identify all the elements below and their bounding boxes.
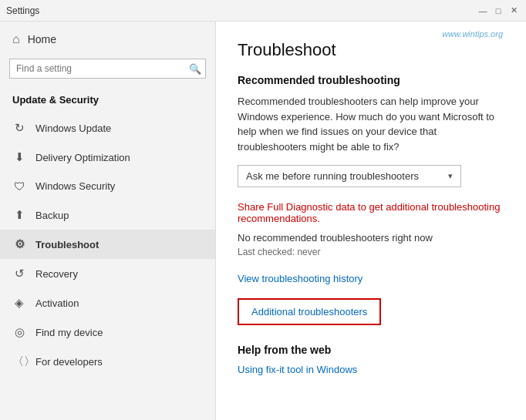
sidebar-item-label-backup: Backup — [35, 210, 69, 221]
sidebar-item-backup[interactable]: ⬆ Backup — [0, 200, 215, 230]
sidebar-item-label-find-my-device: Find my device — [35, 327, 103, 338]
home-icon: ⌂ — [12, 32, 20, 46]
delivery-optimization-icon: ⬇ — [12, 150, 26, 164]
backup-icon: ⬆ — [12, 208, 26, 222]
windows-security-icon: 🛡 — [12, 180, 26, 193]
sidebar-item-label-recovery: Recovery — [35, 268, 78, 280]
sidebar-item-windows-update[interactable]: ↻ Windows Update — [0, 113, 215, 143]
recovery-icon: ↺ — [12, 267, 26, 281]
title-bar-title: Settings — [6, 5, 39, 16]
sidebar-item-activation[interactable]: ◈ Activation — [0, 288, 215, 318]
title-bar: Settings — □ ✕ — [0, 0, 526, 22]
sidebar-home-label: Home — [28, 33, 56, 45]
sidebar-item-label-activation: Activation — [35, 297, 79, 309]
close-button[interactable]: ✕ — [507, 5, 520, 17]
search-input[interactable] — [9, 59, 206, 79]
sidebar-item-label-windows-security: Windows Security — [35, 180, 115, 192]
main-container: ⌂ Home 🔍 Update & Security ↻ Windows Upd… — [0, 22, 526, 420]
troubleshoot-icon: ⚙ — [12, 237, 26, 251]
sidebar-item-recovery[interactable]: ↺ Recovery — [0, 259, 215, 288]
chevron-down-icon: ▾ — [448, 171, 453, 181]
last-checked-text: Last checked: never — [238, 247, 504, 257]
sidebar-item-for-developers[interactable]: 〈〉 For developers — [0, 347, 215, 377]
minimize-button[interactable]: — — [477, 5, 489, 17]
sidebar-item-label-for-developers: For developers — [35, 356, 103, 368]
fix-it-link[interactable]: Using fix-it tool in Windows — [238, 364, 504, 375]
content-area: Troubleshoot Recommended troubleshooting… — [216, 22, 526, 420]
help-heading: Help from the web — [238, 344, 504, 356]
sidebar-item-windows-security[interactable]: 🛡 Windows Security — [0, 172, 215, 200]
page-title: Troubleshoot — [238, 40, 504, 60]
sidebar-section-title: Update & Security — [0, 88, 215, 113]
troubleshoot-dropdown[interactable]: Ask me before running troubleshooters ▾ — [238, 165, 461, 187]
view-history-link[interactable]: View troubleshooting history — [238, 273, 504, 284]
maximize-button[interactable]: □ — [492, 5, 504, 17]
title-bar-controls: — □ ✕ — [477, 5, 520, 17]
find-my-device-icon: ◎ — [12, 325, 26, 339]
dropdown-label: Ask me before running troubleshooters — [246, 170, 442, 182]
sidebar-item-label-delivery-optimization: Delivery Optimization — [35, 152, 130, 163]
sidebar-item-label-windows-update: Windows Update — [35, 123, 111, 134]
sidebar-item-delivery-optimization[interactable]: ⬇ Delivery Optimization — [0, 143, 215, 172]
recommended-heading: Recommended troubleshooting — [238, 74, 504, 86]
no-troubleshooters-text: No recommended troubleshooters right now — [238, 232, 504, 244]
search-box: 🔍 — [9, 59, 206, 79]
description-text: Recommended troubleshooters can help imp… — [238, 94, 504, 154]
sidebar-item-find-my-device[interactable]: ◎ Find my device — [0, 318, 215, 347]
additional-troubleshooters-button[interactable]: Additional troubleshooters — [238, 298, 381, 325]
activation-icon: ◈ — [12, 296, 26, 310]
search-icon: 🔍 — [189, 63, 201, 75]
windows-update-icon: ↻ — [12, 121, 26, 135]
for-developers-icon: 〈〉 — [12, 354, 26, 369]
sidebar-item-label-troubleshoot: Troubleshoot — [35, 239, 99, 250]
sidebar: ⌂ Home 🔍 Update & Security ↻ Windows Upd… — [0, 22, 216, 420]
sidebar-item-troubleshoot[interactable]: ⚙ Troubleshoot — [0, 230, 215, 259]
diagnostic-link[interactable]: Share Full Diagnostic data to get additi… — [238, 201, 504, 224]
sidebar-item-home[interactable]: ⌂ Home — [0, 22, 215, 54]
